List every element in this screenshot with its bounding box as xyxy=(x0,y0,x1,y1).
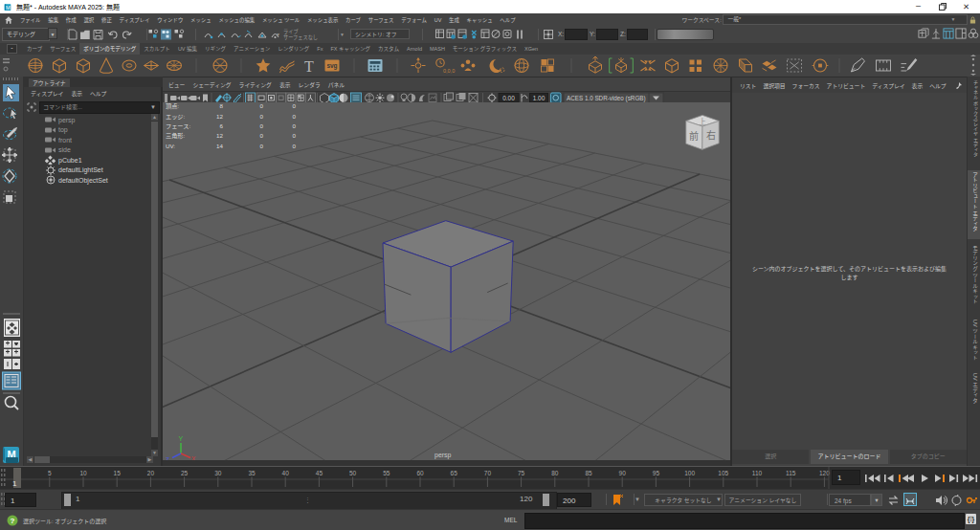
svg-text:14: 14 xyxy=(216,143,223,149)
svg-text:0: 0 xyxy=(293,122,297,129)
svg-text:svg: svg xyxy=(326,62,337,70)
svg-text:50: 50 xyxy=(349,470,357,476)
svg-text:60: 60 xyxy=(416,470,424,476)
svg-text:30: 30 xyxy=(214,470,222,476)
svg-text:70: 70 xyxy=(484,470,492,476)
svg-text:40: 40 xyxy=(282,470,290,476)
svg-text:0.00: 0.00 xyxy=(502,95,515,101)
svg-text:10: 10 xyxy=(79,470,87,476)
svg-text:65: 65 xyxy=(451,470,458,476)
svg-text:35: 35 xyxy=(248,470,256,476)
svg-text:115: 115 xyxy=(786,470,796,476)
svg-text:45: 45 xyxy=(316,470,323,476)
svg-text:エッジ:: エッジ: xyxy=(166,113,186,120)
svg-text:80: 80 xyxy=(551,470,559,476)
svg-text:右: 右 xyxy=(706,129,716,141)
svg-text:0: 0 xyxy=(293,132,297,139)
svg-text:5: 5 xyxy=(48,470,52,476)
svg-text:90: 90 xyxy=(619,470,627,476)
svg-text:110: 110 xyxy=(752,470,763,476)
svg-text:6: 6 xyxy=(220,122,224,129)
svg-text:0: 0 xyxy=(260,143,264,149)
svg-text:1.00: 1.00 xyxy=(533,95,546,101)
svg-text:100: 100 xyxy=(684,470,695,476)
svg-text:95: 95 xyxy=(653,470,660,476)
svg-text:0: 0 xyxy=(293,113,297,120)
svg-text:12: 12 xyxy=(216,113,223,120)
svg-text:105: 105 xyxy=(718,470,728,476)
svg-text:0: 0 xyxy=(260,122,264,129)
svg-text:0: 0 xyxy=(260,132,264,139)
svg-text:0: 0 xyxy=(260,113,264,120)
svg-text:persp: persp xyxy=(434,452,452,459)
svg-text:ACES 1.0 SDR-video (sRGB): ACES 1.0 SDR-video (sRGB) xyxy=(567,95,646,102)
svg-text:85: 85 xyxy=(585,470,592,476)
svg-text:8: 8 xyxy=(220,102,224,109)
svg-text:0: 0 xyxy=(293,102,297,109)
svg-text:?: ? xyxy=(11,517,15,525)
svg-text:1: 1 xyxy=(12,479,17,488)
svg-text:Y: Y xyxy=(179,435,184,442)
svg-text:M: M xyxy=(6,4,11,10)
svg-text:UV:: UV: xyxy=(166,143,175,149)
svg-text:55: 55 xyxy=(383,470,390,476)
svg-text:前: 前 xyxy=(689,130,699,142)
svg-text:25: 25 xyxy=(181,470,189,476)
svg-text:0: 0 xyxy=(260,102,264,109)
svg-text:フェース:: フェース: xyxy=(166,122,190,129)
svg-text:上: 上 xyxy=(699,118,706,126)
svg-text:75: 75 xyxy=(518,470,525,476)
svg-text:0,0,0: 0,0,0 xyxy=(443,68,455,74)
svg-text:12: 12 xyxy=(216,132,223,139)
svg-text:頂点:: 頂点: xyxy=(166,102,179,110)
svg-text:20: 20 xyxy=(147,470,155,476)
svg-text:三角形:: 三角形: xyxy=(166,132,186,140)
svg-text:T: T xyxy=(304,58,314,75)
svg-text:0: 0 xyxy=(293,143,297,149)
svg-text:15: 15 xyxy=(114,470,122,476)
